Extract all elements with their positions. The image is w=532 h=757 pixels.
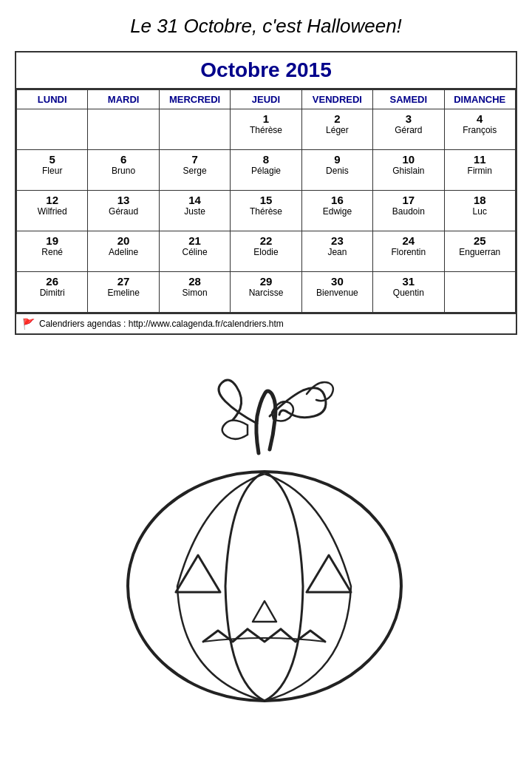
calendar-cell bbox=[159, 109, 230, 150]
day-number: 26 bbox=[18, 275, 86, 288]
day-number: 24 bbox=[375, 234, 442, 247]
calendar-cell: 30Bienvenue bbox=[301, 272, 372, 313]
day-saint: François bbox=[446, 125, 514, 135]
day-number: 14 bbox=[161, 194, 228, 206]
calendar-cell: 27Emeline bbox=[88, 272, 159, 313]
flag-icon: 🚩 bbox=[22, 318, 35, 330]
day-number: 20 bbox=[89, 234, 157, 247]
calendar-cell: 15Thérèse bbox=[231, 191, 301, 231]
day-number: 25 bbox=[446, 234, 514, 247]
day-number: 10 bbox=[375, 153, 442, 166]
calendar-cell: 5Fleur bbox=[17, 150, 88, 191]
calendar-cell: 17Baudoin bbox=[373, 191, 444, 231]
calendar-cell: 10Ghislain bbox=[373, 150, 444, 191]
day-saint: Thérèse bbox=[232, 206, 299, 217]
calendar-week-row: 26Dimitri27Emeline28Simon29Narcisse30Bie… bbox=[17, 272, 516, 313]
day-number: 29 bbox=[232, 275, 299, 288]
day-saint: Léger bbox=[304, 125, 371, 135]
day-saint: Narcisse bbox=[232, 288, 299, 298]
day-saint: Gérard bbox=[375, 125, 442, 135]
calendar-cell: 4François bbox=[444, 109, 515, 150]
day-saint: Serge bbox=[161, 166, 228, 176]
day-saint: Luc bbox=[446, 206, 514, 217]
calendar-cell bbox=[444, 272, 515, 313]
day-header: SAMEDI bbox=[373, 90, 444, 109]
calendar-cell: 1Thérèse bbox=[231, 109, 301, 150]
calendar-cell: 13Géraud bbox=[88, 191, 159, 231]
day-number: 21 bbox=[161, 234, 228, 247]
page-title: Le 31 Octobre, c'est Halloween! bbox=[15, 15, 517, 38]
footer-text: Calendriers agendas : http://www.calagen… bbox=[39, 319, 284, 329]
day-header: DIMANCHE bbox=[444, 90, 515, 109]
day-number: 13 bbox=[89, 194, 157, 206]
calendar-cell: 9Denis bbox=[301, 150, 372, 191]
day-saint: Baudoin bbox=[375, 206, 442, 217]
calendar-cell: 14Juste bbox=[159, 191, 230, 231]
day-number: 9 bbox=[304, 153, 371, 166]
day-number: 3 bbox=[375, 112, 442, 125]
day-number: 31 bbox=[375, 275, 442, 288]
calendar-cell: 7Serge bbox=[159, 150, 230, 191]
day-saint: Céline bbox=[161, 247, 228, 257]
calendar-cell: 2Léger bbox=[301, 109, 372, 150]
day-number: 22 bbox=[232, 234, 299, 247]
calendar-cell: 11Firmin bbox=[444, 150, 515, 191]
day-number: 1 bbox=[232, 112, 299, 125]
day-saint: René bbox=[18, 247, 86, 257]
calendar: Octobre 2015 LUNDIMARDIMERCREDIJEUDIVEND… bbox=[15, 51, 517, 335]
calendar-cell: 23Jean bbox=[301, 231, 372, 272]
day-saint: Jean bbox=[304, 247, 371, 257]
calendar-cell: 16Edwige bbox=[301, 191, 372, 231]
calendar-cell: 21Céline bbox=[159, 231, 230, 272]
day-number: 8 bbox=[232, 153, 299, 166]
day-header: MERCREDI bbox=[159, 90, 230, 109]
day-number: 7 bbox=[161, 153, 228, 166]
calendar-week-row: 1Thérèse2Léger3Gérard4François bbox=[17, 109, 516, 150]
day-saint: Fleur bbox=[18, 166, 86, 176]
calendar-cell: 22Elodie bbox=[231, 231, 301, 272]
day-number: 17 bbox=[375, 194, 442, 206]
day-saint: Florentin bbox=[375, 247, 442, 257]
day-saint: Quentin bbox=[375, 288, 442, 298]
day-number: 27 bbox=[89, 275, 157, 288]
calendar-cell: 26Dimitri bbox=[17, 272, 88, 313]
calendar-title: Octobre 2015 bbox=[16, 52, 516, 89]
day-saint: Adeline bbox=[89, 247, 157, 257]
day-header: MARDI bbox=[88, 90, 159, 109]
calendar-cell: 20Adeline bbox=[88, 231, 159, 272]
day-header: LUNDI bbox=[17, 90, 88, 109]
calendar-cell bbox=[88, 109, 159, 150]
day-saint: Edwige bbox=[304, 206, 371, 217]
calendar-header-row: LUNDIMARDIMERCREDIJEUDIVENDREDISAMEDIDIM… bbox=[17, 90, 516, 109]
day-number: 5 bbox=[18, 153, 86, 166]
calendar-footer: 🚩 Calendriers agendas : http://www.calag… bbox=[16, 313, 516, 333]
day-saint: Pélagie bbox=[232, 166, 299, 176]
day-saint: Simon bbox=[161, 288, 228, 298]
calendar-cell: 31Quentin bbox=[373, 272, 444, 313]
day-number: 2 bbox=[304, 112, 371, 125]
calendar-cell: 8Pélagie bbox=[231, 150, 301, 191]
day-saint: Dimitri bbox=[18, 288, 86, 298]
day-number: 28 bbox=[161, 275, 228, 288]
day-number: 19 bbox=[18, 234, 86, 247]
calendar-week-row: 19René20Adeline21Céline22Elodie23Jean24F… bbox=[17, 231, 516, 272]
day-number: 11 bbox=[446, 153, 514, 166]
day-saint: Ghislain bbox=[375, 166, 442, 176]
day-number: 4 bbox=[446, 112, 514, 125]
day-saint: Géraud bbox=[89, 206, 157, 217]
day-saint: Elodie bbox=[232, 247, 299, 257]
day-header: JEUDI bbox=[231, 90, 301, 109]
pumpkin-svg bbox=[89, 357, 443, 712]
day-saint: Bienvenue bbox=[304, 288, 371, 298]
calendar-cell: 28Simon bbox=[159, 272, 230, 313]
day-number: 30 bbox=[304, 275, 371, 288]
day-number: 12 bbox=[18, 194, 86, 206]
calendar-week-row: 12Wilfried13Géraud14Juste15Thérèse16Edwi… bbox=[17, 191, 516, 231]
calendar-cell: 12Wilfried bbox=[17, 191, 88, 231]
calendar-cell: 29Narcisse bbox=[231, 272, 301, 313]
svg-point-0 bbox=[128, 472, 401, 701]
pumpkin-illustration bbox=[15, 342, 517, 727]
day-saint: Bruno bbox=[89, 166, 157, 176]
day-saint: Firmin bbox=[446, 166, 514, 176]
day-header: VENDREDI bbox=[301, 90, 372, 109]
